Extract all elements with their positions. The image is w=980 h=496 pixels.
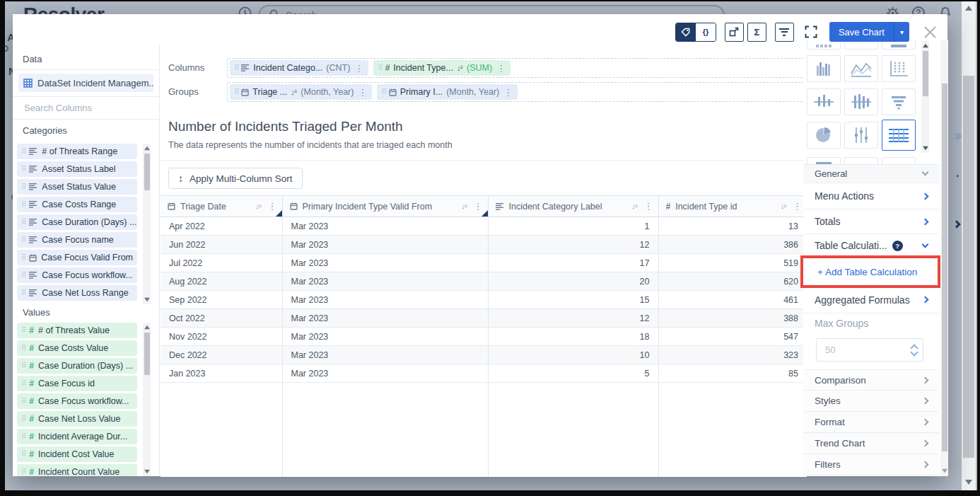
field-pill-case-focus-valid-from[interactable]: ⠿Case Focus Valid From: [17, 250, 137, 265]
general-section-header[interactable]: General: [803, 164, 939, 183]
section-filters[interactable]: Filters: [803, 454, 939, 475]
modal-scrollbar[interactable]: [940, 40, 948, 476]
table-calculations-item[interactable]: Table Calculati... ?: [803, 234, 939, 258]
field-pill-case-net-loss-value[interactable]: ⠿#Case Net Loss Value: [17, 411, 137, 427]
field-pill-case-duration-days[interactable]: ⠿Case Duration (Days) ...: [17, 214, 137, 230]
help-badge-icon[interactable]: ?: [892, 241, 903, 251]
groups-dropzone[interactable]: ⠿Triage ...↓≡(Month, Year)⋮⠿Primary I...…: [227, 82, 805, 102]
table-row[interactable]: Jan 2023Mar 2023585: [161, 364, 807, 383]
chart-type-candlestick-chart[interactable]: [807, 88, 841, 115]
table-row[interactable]: Aug 2022Mar 202320620: [161, 272, 807, 291]
drag-handle-icon[interactable]: ⠿: [21, 289, 25, 296]
field-pill-incident-average-dur[interactable]: ⠿#Incident Average Dur...: [17, 429, 137, 444]
table-row[interactable]: Jun 2022Mar 202312386: [161, 236, 807, 254]
chart-type-tile-clipped[interactable]: [882, 157, 916, 164]
aggregated-formulas-item[interactable]: Aggregated Formulas: [803, 287, 939, 313]
drag-handle-icon[interactable]: ⠿: [21, 415, 25, 422]
add-table-calculation-row[interactable]: + Add Table Calculation: [803, 258, 939, 287]
kebab-menu-icon[interactable]: ⋮: [357, 87, 368, 98]
filter-button[interactable]: [775, 23, 794, 42]
drag-handle-icon[interactable]: ⠿: [21, 398, 25, 405]
totals-item[interactable]: Totals: [803, 209, 939, 234]
add-table-calculation-link[interactable]: + Add Table Calculation: [817, 267, 917, 277]
search-columns-input[interactable]: [23, 102, 150, 114]
scroll-down-icon[interactable]: [942, 469, 947, 473]
section-trend-chart[interactable]: Trend Chart: [803, 433, 939, 454]
drag-handle-icon[interactable]: ⠿: [21, 345, 25, 352]
chart-type-data-table-selected[interactable]: [882, 120, 916, 151]
column-header-triage-date[interactable]: Triage Date↓≡⋮: [161, 196, 282, 217]
close-button[interactable]: [923, 25, 937, 39]
drag-handle-icon[interactable]: ⠿: [21, 327, 25, 334]
apply-multi-column-sort-button[interactable]: ↕ Apply Multi-Column Sort: [168, 168, 303, 189]
column-header-incident-category-label[interactable]: Incident Category Label↓≡⋮: [488, 196, 658, 217]
section-styles[interactable]: Styles: [803, 391, 939, 412]
field-pill-case-costs-range[interactable]: ⠿Case Costs Range: [17, 197, 137, 212]
drag-handle-icon[interactable]: ⠿: [21, 219, 25, 226]
max-groups-input[interactable]: [824, 344, 894, 356]
drag-handle-icon[interactable]: ⠿: [234, 88, 238, 96]
save-chart-button[interactable]: Save Chart: [829, 22, 894, 42]
table-row[interactable]: Dec 2022Mar 202310323: [161, 346, 807, 364]
field-pill-case-focus-workflow[interactable]: ⠿#Case Focus workflow...: [17, 393, 137, 409]
drag-handle-icon[interactable]: ⠿: [21, 362, 25, 369]
chart-type-line-chart[interactable]: [844, 55, 878, 82]
drag-handle-icon[interactable]: ⠿: [234, 64, 238, 71]
chart-type-tile-clipped[interactable]: [844, 157, 878, 164]
drag-handle-icon[interactable]: ⠿: [21, 433, 25, 440]
kebab-menu-icon[interactable]: ⋮: [473, 201, 484, 212]
column-header-incident-type-id[interactable]: #Incident Type id↓≡⋮: [658, 196, 807, 217]
section-format[interactable]: Format: [803, 412, 939, 433]
save-chart-dropdown[interactable]: ▾: [894, 22, 909, 42]
column-header-primary-incident-type-valid-from[interactable]: Primary Incident Type Valid From↓≡⋮: [282, 196, 488, 217]
chart-type-bar-chart[interactable]: [807, 55, 841, 82]
chart-type-tile-clipped[interactable]: [807, 157, 841, 164]
scroll-down-icon[interactable]: [965, 480, 972, 485]
field-pill-incident-count-value[interactable]: ⠿#Incident Count Value: [17, 464, 137, 476]
builder-pill-incident-catego[interactable]: ⠿Incident Catego...(CNT)⋮: [230, 60, 368, 76]
scroll-up-icon[interactable]: [965, 6, 972, 11]
categories-scrollbar[interactable]: [143, 144, 151, 304]
table-row[interactable]: Oct 2022Mar 202312388: [161, 309, 807, 328]
values-scrollbar[interactable]: [143, 323, 151, 476]
field-pill-asset-status-value[interactable]: ⠿Asset Status Value: [17, 179, 137, 195]
builder-pill-primary-i[interactable]: ⠿Primary I...(Month, Year)⋮: [377, 84, 518, 100]
field-pill-case-focus-workflow[interactable]: ⠿Case Focus workflow...: [17, 267, 137, 283]
field-pill-incident-cost-value[interactable]: ⠿#Incident Cost Value: [17, 446, 137, 462]
dataset-selector[interactable]: DataSet Incident Managem...: [18, 74, 153, 92]
drag-handle-icon[interactable]: ⠿: [381, 88, 385, 96]
drag-handle-icon[interactable]: ⠿: [21, 272, 25, 279]
columns-dropzone[interactable]: ⠿Incident Catego...(CNT)⋮⠿#Incident Type…: [227, 58, 805, 78]
section-comparison[interactable]: Comparison: [803, 369, 939, 391]
builder-pill-triage[interactable]: ⠿Triage ...↓≡(Month, Year)⋮: [230, 84, 372, 100]
drag-handle-icon[interactable]: ⠿: [21, 236, 25, 243]
kebab-menu-icon[interactable]: ⋮: [267, 201, 278, 212]
menu-actions-item[interactable]: Menu Actions: [803, 183, 939, 209]
chart-type-funnel-chart[interactable]: [882, 88, 916, 115]
page-scrollbar[interactable]: [962, 1, 976, 490]
field-pill-of-threats-range[interactable]: ⠿# of Threats Range: [17, 144, 137, 159]
drag-handle-icon[interactable]: ⠿: [21, 380, 25, 387]
table-row[interactable]: Nov 2022Mar 202318547: [161, 328, 807, 346]
modal-scrollbar-thumb[interactable]: [942, 83, 947, 451]
page-scrollbar-thumb[interactable]: [963, 76, 974, 458]
pivot-button[interactable]: [725, 23, 744, 42]
kebab-menu-icon[interactable]: ⋮: [496, 63, 506, 74]
drag-handle-icon[interactable]: ⠿: [21, 201, 25, 208]
field-pill-case-costs-value[interactable]: ⠿#Case Costs Value: [17, 340, 137, 356]
table-row[interactable]: Sep 2022Mar 202315461: [161, 291, 807, 309]
chart-type-pie-chart[interactable]: [807, 122, 841, 149]
sum-button[interactable]: Σ: [747, 23, 766, 42]
field-pill-case-focus-id[interactable]: ⠿#Case Focus id: [17, 376, 137, 391]
field-pill-case-focus-name[interactable]: ⠿Case Focus name: [17, 232, 137, 248]
drag-handle-icon[interactable]: ⠿: [21, 166, 25, 173]
kebab-menu-icon[interactable]: ⋮: [643, 201, 654, 212]
chart-type-ohlc-chart[interactable]: [844, 88, 878, 115]
field-pill-of-threats-value[interactable]: ⠿## of Threats Value: [17, 323, 137, 338]
stepper-icon[interactable]: [911, 345, 917, 355]
table-row[interactable]: Apr 2022Mar 2023113: [161, 217, 807, 236]
kebab-menu-icon[interactable]: ⋮: [503, 87, 513, 98]
field-pill-case-net-loss-range[interactable]: ⠿Case Net Loss Range: [17, 285, 137, 301]
drag-handle-icon[interactable]: ⠿: [378, 64, 381, 71]
field-pill-asset-status-label[interactable]: ⠿Asset Status Label: [17, 161, 137, 177]
